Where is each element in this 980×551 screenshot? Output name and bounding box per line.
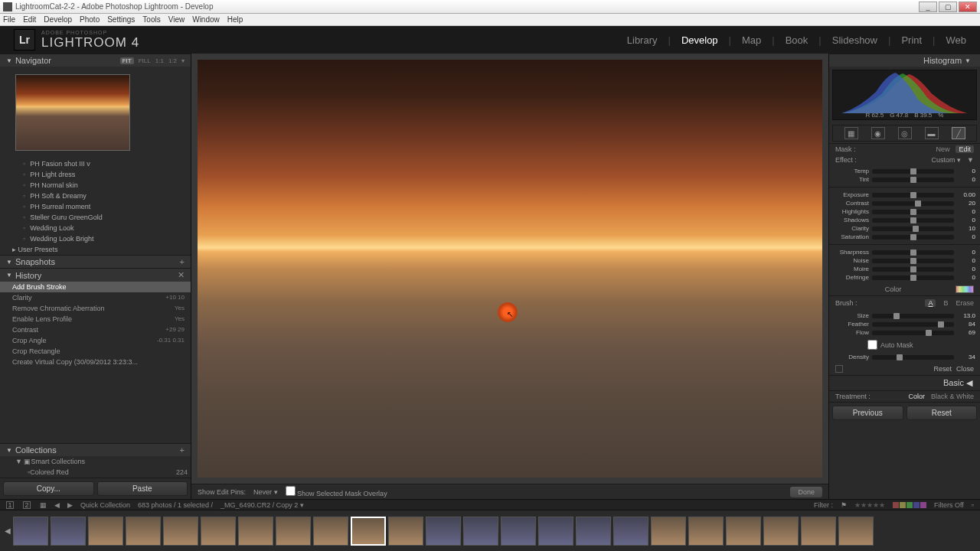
edit-pins-value[interactable]: Never ▾ (253, 488, 278, 496)
history-item[interactable]: Enable Lens ProfileYes (0, 314, 191, 324)
snapshots-header[interactable]: ▼Snapshots + (0, 255, 191, 268)
treatment-bw[interactable]: Black & White (931, 393, 974, 400)
menu-settings[interactable]: Settings (107, 15, 135, 24)
navigator-header[interactable]: ▼Navigator FIT FILL 1:1 1:2 ▾ (0, 54, 191, 67)
filmstrip[interactable]: ◀ (0, 510, 980, 551)
filmstrip-thumb[interactable] (238, 517, 273, 546)
menu-help[interactable]: Help (227, 15, 243, 24)
filmstrip-thumb[interactable] (838, 517, 874, 546)
slider-exposure[interactable]: Exposure0.00 (834, 191, 975, 199)
rating-filter[interactable]: ★★★★★ (854, 501, 885, 509)
menu-edit[interactable]: Edit (23, 15, 36, 24)
color-swatch[interactable] (956, 285, 974, 293)
menu-window[interactable]: Window (192, 15, 220, 24)
slider-saturation[interactable]: Saturation0 (834, 233, 975, 241)
minimize-button[interactable]: _ (919, 2, 937, 12)
preset-item[interactable]: PH Soft & Dreamy (0, 191, 191, 201)
current-file[interactable]: _MG_6490.CR2 / Copy 2 ▾ (220, 501, 304, 509)
filmstrip-thumb[interactable] (126, 517, 161, 546)
slider-sharpness[interactable]: Sharpness0 (834, 248, 975, 256)
slider-feather[interactable]: Feather84 (834, 320, 975, 328)
automask-checkbox[interactable] (867, 340, 877, 350)
filmstrip-thumb[interactable] (538, 517, 573, 546)
copy-button[interactable]: Copy... (3, 481, 94, 496)
slider-clarity[interactable]: Clarity10 (834, 224, 975, 233)
preset-item[interactable]: Steller Guru GreenGold (0, 212, 191, 223)
slider-shadows[interactable]: Shadows0 (834, 216, 975, 224)
slider-density[interactable]: Density34 (834, 353, 975, 361)
filmstrip-thumb[interactable] (763, 517, 799, 546)
filmstrip-thumb[interactable] (388, 517, 423, 546)
redeye-tool-icon[interactable]: ◎ (898, 127, 912, 139)
filmstrip-thumb[interactable] (688, 517, 724, 546)
navigator-preview[interactable] (0, 67, 191, 158)
close-button[interactable]: ✕ (959, 2, 977, 12)
history-item[interactable]: Add Brush Stroke (0, 282, 191, 292)
color-label-filter[interactable] (893, 502, 926, 508)
module-web[interactable]: Web (946, 34, 967, 46)
filmstrip-thumb[interactable] (51, 517, 86, 546)
history-item[interactable]: Contrast+29 29 (0, 324, 191, 335)
flag-filter-icon[interactable]: ⚑ (841, 501, 847, 509)
basic-header[interactable]: Basic ◀ (829, 375, 980, 390)
history-item[interactable]: Remove Chromatic AberrationYes (0, 303, 191, 314)
mask-overlay-checkbox[interactable] (286, 486, 296, 496)
brush-tool-icon[interactable]: ╱ (952, 127, 965, 139)
image-canvas[interactable] (191, 54, 828, 484)
brush-close-button[interactable]: Close (956, 365, 974, 373)
previous-button[interactable]: Previous (832, 406, 903, 420)
menu-file[interactable]: File (3, 15, 15, 24)
crop-tool-icon[interactable]: ▦ (844, 127, 858, 139)
spot-tool-icon[interactable]: ◉ (871, 127, 885, 139)
chevron-down-icon[interactable]: ▾ (181, 57, 185, 64)
preset-item[interactable]: Wedding Look (0, 223, 191, 233)
filmstrip-thumb[interactable] (501, 517, 536, 546)
filmstrip-thumb[interactable] (651, 517, 686, 546)
histogram[interactable]: R 62.5 G 47.8 B 39.5 % (832, 70, 977, 120)
toggle-switch-icon[interactable] (835, 365, 843, 373)
filter-lock-icon[interactable]: ▫ (972, 501, 974, 509)
filmstrip-thumb[interactable] (801, 517, 836, 546)
filmstrip-thumb[interactable] (163, 517, 198, 546)
effect-dropdown[interactable]: Custom ▾ (932, 156, 962, 164)
menu-develop[interactable]: Develop (44, 15, 72, 24)
preset-item[interactable]: PH Surreal moment (0, 201, 191, 212)
history-item[interactable]: Crop Angle-0.31 0.31 (0, 335, 191, 346)
reset-button[interactable]: Reset (906, 406, 978, 420)
slider-defringe[interactable]: Defringe0 (834, 273, 975, 282)
add-snapshot-icon[interactable]: + (180, 257, 185, 266)
preset-item[interactable]: PH Fasion shot III v (0, 158, 191, 169)
develop-image[interactable] (198, 60, 822, 478)
filmstrip-thumb[interactable] (726, 517, 761, 546)
smart-collections[interactable]: ▼ ▣ Smart Collections (0, 456, 191, 467)
preset-item[interactable]: PH Light dress (0, 169, 191, 180)
menu-tools[interactable]: Tools (142, 15, 160, 24)
collection-name[interactable]: Quick Collection (80, 501, 130, 509)
treatment-color[interactable]: Color (908, 393, 925, 400)
view-secondary-icon[interactable]: 2 (23, 501, 31, 509)
slider-size[interactable]: Size13.0 (834, 311, 975, 320)
next-photo-icon[interactable]: ▶ (67, 501, 73, 509)
prev-photo-icon[interactable]: ◀ (54, 501, 60, 509)
slider-highlights[interactable]: Highlights0 (834, 207, 975, 216)
module-slideshow[interactable]: Slideshow (832, 34, 877, 46)
add-collection-icon[interactable]: + (180, 445, 185, 455)
filmstrip-thumb[interactable] (613, 517, 648, 546)
filmstrip-thumb[interactable] (426, 517, 461, 546)
filmstrip-thumb[interactable] (463, 517, 498, 546)
module-book[interactable]: Book (786, 34, 808, 46)
preset-item[interactable]: Wedding Look Bright (0, 233, 191, 244)
collections-header[interactable]: ▼Collections + (0, 443, 191, 456)
grid-icon[interactable]: ▦ (40, 501, 47, 509)
gradient-tool-icon[interactable]: ▬ (925, 127, 939, 139)
slider-moire[interactable]: Moire0 (834, 265, 975, 273)
filmstrip-thumb[interactable] (88, 517, 123, 546)
filmstrip-thumb[interactable] (576, 517, 611, 546)
slider-noise[interactable]: Noise0 (834, 256, 975, 265)
filmstrip-left-icon[interactable]: ◀ (5, 527, 11, 535)
nav-fill[interactable]: FILL (139, 57, 151, 64)
filmstrip-thumb[interactable] (201, 517, 236, 546)
module-print[interactable]: Print (901, 34, 922, 46)
history-item[interactable]: Clarity+10 10 (0, 292, 191, 303)
nav-1to1[interactable]: 1:1 (155, 57, 164, 64)
